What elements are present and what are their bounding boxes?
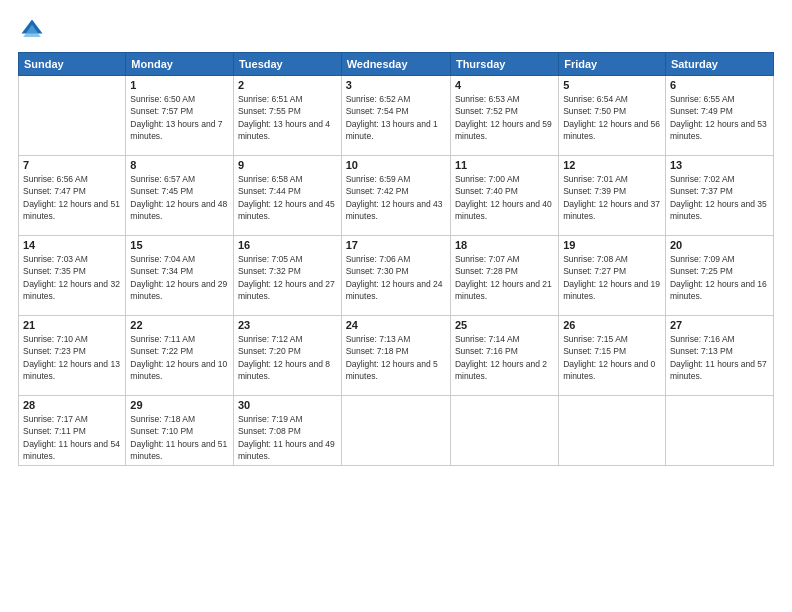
day-number: 22	[130, 319, 229, 331]
day-number: 7	[23, 159, 121, 171]
day-number: 18	[455, 239, 554, 251]
day-info: Sunrise: 6:58 AMSunset: 7:44 PMDaylight:…	[238, 173, 337, 222]
day-number: 20	[670, 239, 769, 251]
day-number: 8	[130, 159, 229, 171]
day-info: Sunrise: 7:02 AMSunset: 7:37 PMDaylight:…	[670, 173, 769, 222]
day-number: 29	[130, 399, 229, 411]
calendar-cell: 8Sunrise: 6:57 AMSunset: 7:45 PMDaylight…	[126, 156, 234, 236]
day-info: Sunrise: 7:05 AMSunset: 7:32 PMDaylight:…	[238, 253, 337, 302]
day-number: 17	[346, 239, 446, 251]
calendar-cell: 15Sunrise: 7:04 AMSunset: 7:34 PMDayligh…	[126, 236, 234, 316]
calendar-cell: 6Sunrise: 6:55 AMSunset: 7:49 PMDaylight…	[665, 76, 773, 156]
calendar-cell: 21Sunrise: 7:10 AMSunset: 7:23 PMDayligh…	[19, 316, 126, 396]
day-info: Sunrise: 7:10 AMSunset: 7:23 PMDaylight:…	[23, 333, 121, 382]
day-number: 3	[346, 79, 446, 91]
day-info: Sunrise: 7:11 AMSunset: 7:22 PMDaylight:…	[130, 333, 229, 382]
day-info: Sunrise: 7:12 AMSunset: 7:20 PMDaylight:…	[238, 333, 337, 382]
day-info: Sunrise: 6:57 AMSunset: 7:45 PMDaylight:…	[130, 173, 229, 222]
calendar-header-tuesday: Tuesday	[233, 53, 341, 76]
day-info: Sunrise: 6:55 AMSunset: 7:49 PMDaylight:…	[670, 93, 769, 142]
calendar-cell: 7Sunrise: 6:56 AMSunset: 7:47 PMDaylight…	[19, 156, 126, 236]
day-info: Sunrise: 7:16 AMSunset: 7:13 PMDaylight:…	[670, 333, 769, 382]
calendar-cell: 10Sunrise: 6:59 AMSunset: 7:42 PMDayligh…	[341, 156, 450, 236]
day-info: Sunrise: 7:00 AMSunset: 7:40 PMDaylight:…	[455, 173, 554, 222]
day-number: 24	[346, 319, 446, 331]
calendar-cell: 25Sunrise: 7:14 AMSunset: 7:16 PMDayligh…	[450, 316, 558, 396]
calendar-header-friday: Friday	[559, 53, 666, 76]
calendar-header-thursday: Thursday	[450, 53, 558, 76]
day-number: 5	[563, 79, 661, 91]
day-number: 10	[346, 159, 446, 171]
calendar-cell	[559, 396, 666, 466]
calendar-cell	[450, 396, 558, 466]
calendar-cell: 9Sunrise: 6:58 AMSunset: 7:44 PMDaylight…	[233, 156, 341, 236]
calendar-cell: 29Sunrise: 7:18 AMSunset: 7:10 PMDayligh…	[126, 396, 234, 466]
calendar-week-5: 28Sunrise: 7:17 AMSunset: 7:11 PMDayligh…	[19, 396, 774, 466]
calendar-header-wednesday: Wednesday	[341, 53, 450, 76]
day-info: Sunrise: 7:15 AMSunset: 7:15 PMDaylight:…	[563, 333, 661, 382]
calendar-week-3: 14Sunrise: 7:03 AMSunset: 7:35 PMDayligh…	[19, 236, 774, 316]
day-info: Sunrise: 7:03 AMSunset: 7:35 PMDaylight:…	[23, 253, 121, 302]
calendar-cell: 22Sunrise: 7:11 AMSunset: 7:22 PMDayligh…	[126, 316, 234, 396]
day-number: 12	[563, 159, 661, 171]
day-number: 30	[238, 399, 337, 411]
day-number: 28	[23, 399, 121, 411]
day-number: 9	[238, 159, 337, 171]
calendar-week-4: 21Sunrise: 7:10 AMSunset: 7:23 PMDayligh…	[19, 316, 774, 396]
day-number: 14	[23, 239, 121, 251]
header	[18, 16, 774, 44]
day-info: Sunrise: 6:51 AMSunset: 7:55 PMDaylight:…	[238, 93, 337, 142]
calendar-page: SundayMondayTuesdayWednesdayThursdayFrid…	[0, 0, 792, 612]
day-number: 11	[455, 159, 554, 171]
day-number: 2	[238, 79, 337, 91]
day-number: 26	[563, 319, 661, 331]
calendar-cell: 3Sunrise: 6:52 AMSunset: 7:54 PMDaylight…	[341, 76, 450, 156]
calendar-header-row: SundayMondayTuesdayWednesdayThursdayFrid…	[19, 53, 774, 76]
calendar-cell	[665, 396, 773, 466]
day-info: Sunrise: 7:18 AMSunset: 7:10 PMDaylight:…	[130, 413, 229, 462]
day-info: Sunrise: 7:09 AMSunset: 7:25 PMDaylight:…	[670, 253, 769, 302]
calendar-cell: 14Sunrise: 7:03 AMSunset: 7:35 PMDayligh…	[19, 236, 126, 316]
logo	[18, 16, 50, 44]
logo-icon	[18, 16, 46, 44]
day-info: Sunrise: 7:01 AMSunset: 7:39 PMDaylight:…	[563, 173, 661, 222]
calendar-cell: 26Sunrise: 7:15 AMSunset: 7:15 PMDayligh…	[559, 316, 666, 396]
day-info: Sunrise: 6:54 AMSunset: 7:50 PMDaylight:…	[563, 93, 661, 142]
calendar-table: SundayMondayTuesdayWednesdayThursdayFrid…	[18, 52, 774, 466]
day-info: Sunrise: 7:04 AMSunset: 7:34 PMDaylight:…	[130, 253, 229, 302]
day-info: Sunrise: 6:56 AMSunset: 7:47 PMDaylight:…	[23, 173, 121, 222]
day-info: Sunrise: 7:14 AMSunset: 7:16 PMDaylight:…	[455, 333, 554, 382]
calendar-header-saturday: Saturday	[665, 53, 773, 76]
day-number: 19	[563, 239, 661, 251]
calendar-cell: 11Sunrise: 7:00 AMSunset: 7:40 PMDayligh…	[450, 156, 558, 236]
day-info: Sunrise: 7:08 AMSunset: 7:27 PMDaylight:…	[563, 253, 661, 302]
calendar-cell	[341, 396, 450, 466]
calendar-cell: 24Sunrise: 7:13 AMSunset: 7:18 PMDayligh…	[341, 316, 450, 396]
day-number: 21	[23, 319, 121, 331]
calendar-cell: 2Sunrise: 6:51 AMSunset: 7:55 PMDaylight…	[233, 76, 341, 156]
calendar-cell: 12Sunrise: 7:01 AMSunset: 7:39 PMDayligh…	[559, 156, 666, 236]
day-info: Sunrise: 7:13 AMSunset: 7:18 PMDaylight:…	[346, 333, 446, 382]
calendar-header-sunday: Sunday	[19, 53, 126, 76]
day-number: 16	[238, 239, 337, 251]
day-info: Sunrise: 7:17 AMSunset: 7:11 PMDaylight:…	[23, 413, 121, 462]
day-number: 25	[455, 319, 554, 331]
calendar-cell: 1Sunrise: 6:50 AMSunset: 7:57 PMDaylight…	[126, 76, 234, 156]
calendar-cell	[19, 76, 126, 156]
day-number: 15	[130, 239, 229, 251]
calendar-week-2: 7Sunrise: 6:56 AMSunset: 7:47 PMDaylight…	[19, 156, 774, 236]
calendar-cell: 4Sunrise: 6:53 AMSunset: 7:52 PMDaylight…	[450, 76, 558, 156]
day-info: Sunrise: 6:50 AMSunset: 7:57 PMDaylight:…	[130, 93, 229, 142]
calendar-cell: 23Sunrise: 7:12 AMSunset: 7:20 PMDayligh…	[233, 316, 341, 396]
day-info: Sunrise: 7:19 AMSunset: 7:08 PMDaylight:…	[238, 413, 337, 462]
day-number: 1	[130, 79, 229, 91]
calendar-cell: 18Sunrise: 7:07 AMSunset: 7:28 PMDayligh…	[450, 236, 558, 316]
calendar-cell: 20Sunrise: 7:09 AMSunset: 7:25 PMDayligh…	[665, 236, 773, 316]
day-number: 23	[238, 319, 337, 331]
day-number: 27	[670, 319, 769, 331]
calendar-cell: 16Sunrise: 7:05 AMSunset: 7:32 PMDayligh…	[233, 236, 341, 316]
calendar-cell: 30Sunrise: 7:19 AMSunset: 7:08 PMDayligh…	[233, 396, 341, 466]
calendar-cell: 27Sunrise: 7:16 AMSunset: 7:13 PMDayligh…	[665, 316, 773, 396]
day-info: Sunrise: 6:59 AMSunset: 7:42 PMDaylight:…	[346, 173, 446, 222]
day-info: Sunrise: 7:06 AMSunset: 7:30 PMDaylight:…	[346, 253, 446, 302]
